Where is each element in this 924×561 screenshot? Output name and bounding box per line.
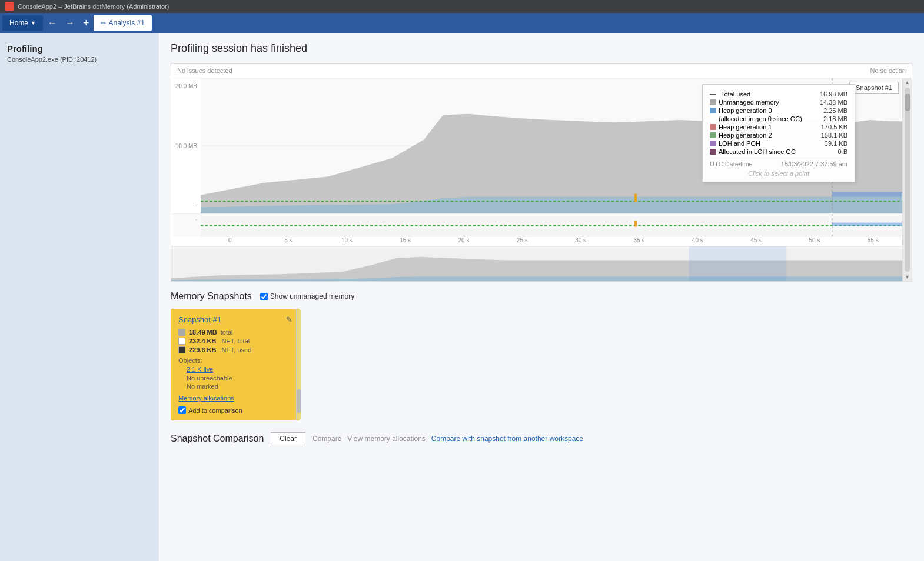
marked-label: No marked — [187, 383, 293, 390]
stat-net-total: 232.4 KB .NET, total — [178, 338, 293, 345]
net-used-color-box — [178, 346, 185, 353]
tooltip-total-label: Total used — [721, 91, 750, 98]
loh-alloc-color — [710, 149, 716, 155]
x-label-55s: 55 s — [844, 237, 902, 243]
tooltip-loh-value: 39.1 KB — [806, 140, 847, 147]
snapshot-card-header: Snapshot #1 ✎ — [178, 315, 293, 324]
timeline-svg — [201, 214, 902, 237]
tooltip-loh-alloc-value: 0 B — [806, 148, 847, 155]
snapshots-title: Memory Snapshots — [171, 291, 252, 302]
y-label-bot: - — [195, 202, 197, 209]
memory-allocations-link[interactable]: Memory allocations — [178, 395, 293, 402]
svg-rect-14 — [689, 246, 787, 281]
total-label: total — [221, 329, 233, 336]
loh-color — [710, 141, 716, 146]
comparison-title: Snapshot Comparison — [171, 433, 264, 444]
scrollbar-thumb[interactable] — [905, 94, 910, 111]
clear-button[interactable]: Clear — [271, 432, 305, 445]
show-unmanaged-checkbox-label[interactable]: Show unmanaged memory — [260, 292, 354, 300]
stat-net-used: 229.6 KB .NET, used — [178, 346, 293, 353]
chart-right-scrollbar[interactable]: ▲ ▼ — [902, 78, 912, 281]
add-comparison-row: Add to comparison — [178, 406, 293, 414]
chart-y-axis: 20.0 MB 10.0 MB - — [171, 78, 201, 213]
snapshot-scrollbar-thumb[interactable] — [297, 389, 301, 413]
timeline-svg-area — [201, 214, 902, 237]
chart-inner: 20.0 MB 10.0 MB - — [171, 78, 902, 281]
x-label-45s: 45 s — [727, 237, 785, 243]
mini-timeline-svg — [171, 246, 902, 281]
x-label-10s: 10 s — [318, 237, 376, 243]
tooltip-heap-gen1-value: 170.5 KB — [806, 123, 847, 131]
svg-rect-10 — [634, 221, 637, 227]
mini-overview-timeline — [171, 246, 902, 281]
tooltip-loh-label: LOH and POH — [719, 140, 760, 147]
objects-details: 2.1 K live No unreachable No marked — [178, 365, 293, 390]
compare-workspace-link[interactable]: Compare with snapshot from another works… — [431, 435, 583, 443]
snapshots-header: Memory Snapshots Show unmanaged memory — [171, 291, 912, 302]
show-unmanaged-checkbox[interactable] — [260, 293, 268, 300]
home-tab[interactable]: Home ▼ — [2, 15, 43, 31]
tooltip-loh-alloc-label: Allocated in LOH since GC — [719, 148, 796, 155]
snapshots-section: Memory Snapshots Show unmanaged memory S… — [171, 291, 912, 420]
window-title: ConsoleApp2 – JetBrains dotMemory (Admin… — [18, 3, 169, 10]
tooltip-hint: Click to select a point — [710, 170, 847, 177]
forward-button[interactable]: → — [62, 17, 78, 29]
scroll-up-button[interactable]: ▲ — [905, 79, 910, 85]
x-label-15s: 15 s — [376, 237, 434, 243]
no-issues-label: No issues detected — [177, 67, 232, 74]
tooltip-datetime-row: UTC Date/time 15/03/2022 7:37:59 am — [710, 161, 847, 168]
live-count-link[interactable]: 2.1 K live — [187, 366, 213, 373]
app-icon — [5, 2, 14, 11]
x-label-20s: 20 s — [434, 237, 493, 243]
tooltip-heap-gen2-label: Heap generation 2 — [719, 132, 772, 139]
edit-icon[interactable]: ✎ — [286, 315, 293, 324]
scroll-down-button[interactable]: ▼ — [905, 274, 910, 280]
analysis-tab[interactable]: ✏ Analysis #1 — [94, 15, 151, 31]
total-color-box — [178, 329, 185, 336]
chart-svg-area[interactable]: Total used 16.98 MB Unmanaged memory — [201, 78, 902, 213]
snapshot-overlay-button[interactable]: Snapshot #1 — [849, 82, 899, 94]
tooltip-loh: LOH and POH 39.1 KB — [710, 140, 847, 147]
snapshot-card: Snapshot #1 ✎ 18.49 MB total 232.4 KB .N… — [171, 309, 300, 420]
net-total-color-box — [178, 338, 185, 345]
snapshot-scrollbar[interactable] — [296, 309, 301, 420]
comparison-section: Snapshot Comparison Clear Compare View m… — [171, 432, 912, 445]
comparison-links: Compare View memory allocations Compare … — [313, 435, 583, 443]
total-used-icon — [710, 94, 716, 95]
add-tab-button[interactable]: + — [79, 16, 93, 31]
chart-x-labels: 0 5 s 10 s 15 s 20 s 25 s 30 s 35 s 40 s… — [171, 237, 902, 246]
add-comparison-checkbox[interactable] — [178, 406, 186, 414]
tooltip-unmanaged: Unmanaged memory 14.38 MB — [710, 99, 847, 106]
svg-rect-5 — [634, 194, 637, 203]
snapshot-card-title[interactable]: Snapshot #1 — [178, 315, 221, 324]
x-label-40s: 40 s — [669, 237, 727, 243]
unmanaged-color — [710, 99, 716, 105]
sidebar-section-title: Profiling — [0, 39, 159, 55]
tooltip-heap-gen2: Heap generation 2 158.1 KB — [710, 132, 847, 139]
session-title: Profiling session has finished — [171, 42, 912, 55]
total-size: 18.49 MB — [189, 329, 217, 336]
x-label-35s: 35 s — [610, 237, 668, 243]
tooltip-heap-gen2-value: 158.1 KB — [806, 132, 847, 139]
tooltip-total-used: Total used 16.98 MB — [710, 91, 847, 98]
compare-link[interactable]: Compare — [313, 435, 341, 443]
title-bar: ConsoleApp2 – JetBrains dotMemory (Admin… — [0, 0, 924, 13]
svg-rect-7 — [832, 192, 902, 196]
net-used-label: .NET, used — [220, 346, 251, 353]
add-comparison-label: Add to comparison — [188, 407, 242, 414]
heap-gen2-color — [710, 132, 716, 138]
analysis-tab-label: Analysis #1 — [108, 19, 144, 27]
show-unmanaged-label: Show unmanaged memory — [270, 292, 354, 300]
scrollbar-track — [905, 88, 910, 272]
chart-timeline: - — [171, 213, 902, 237]
tooltip-divider — [710, 158, 847, 158]
tooltip-gen0-alloc-label: (allocated in gen 0 since GC) — [719, 115, 802, 122]
chart-container: No issues detected No selection 20.0 MB … — [171, 63, 912, 282]
tooltip-heap-gen0-alloc: (allocated in gen 0 since GC) 2.18 MB — [710, 115, 847, 122]
sidebar: Profiling ConsoleApp2.exe (PID: 20412) — [0, 33, 159, 561]
y-label-top: 20.0 MB — [175, 83, 197, 89]
back-button[interactable]: ← — [44, 17, 61, 29]
chart-header: No issues detected No selection — [171, 64, 912, 78]
view-memory-link[interactable]: View memory allocations — [347, 435, 426, 443]
net-used-size: 229.6 KB — [189, 346, 216, 353]
